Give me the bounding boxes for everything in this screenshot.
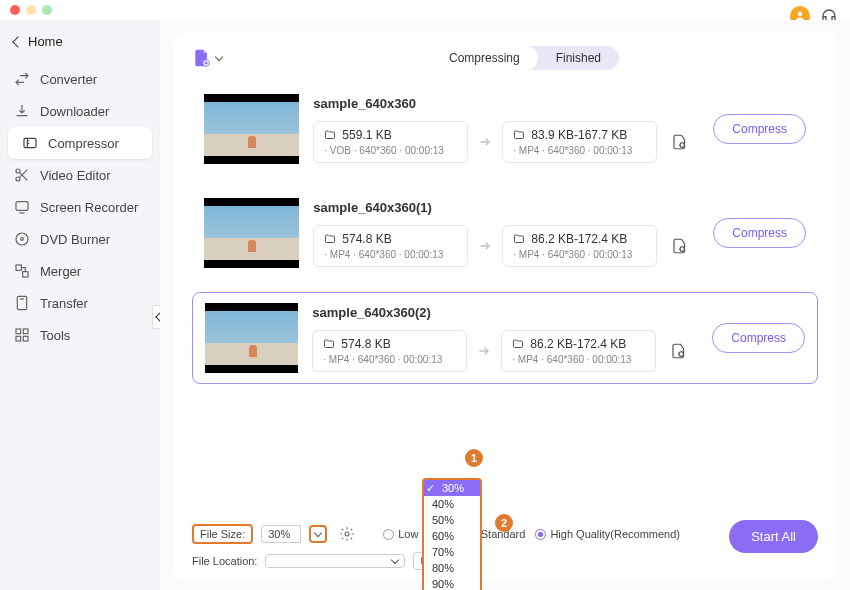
chevron-down-icon: [215, 53, 223, 61]
sidebar-item-converter[interactable]: Converter: [0, 63, 160, 95]
svg-point-16: [680, 246, 685, 251]
file-location-label: File Location:: [192, 555, 257, 567]
target-card: 86.2 KB-172.4 KB · MP4 · 640*360 · 00:00…: [502, 225, 657, 267]
arrow-right-icon: [476, 133, 494, 151]
folder-icon: [324, 233, 336, 245]
file-name: sample_640x360(1): [313, 200, 689, 215]
file-row[interactable]: sample_640x360(1) 574.8 KB · MP4 · 640*3…: [192, 188, 818, 278]
target-card: 83.9 KB-167.7 KB · MP4 · 640*360 · 00:00…: [502, 121, 657, 163]
file-settings-icon[interactable]: [670, 342, 688, 360]
sidebar-item-label: Transfer: [40, 296, 88, 311]
main-panel: Compressing Finished sample_640x360 559.…: [174, 32, 836, 580]
file-name: sample_640x360: [313, 96, 689, 111]
svg-rect-12: [16, 336, 21, 341]
file-size-dropdown-menu: ✓30% 40% 50% 60% 70% 80% 90%: [422, 478, 482, 590]
arrow-right-icon: [476, 237, 494, 255]
converter-icon: [14, 71, 30, 87]
file-row[interactable]: sample_640x360(2) 574.8 KB · MP4 · 640*3…: [192, 292, 818, 384]
svg-point-17: [679, 351, 684, 356]
minimize-window-dot[interactable]: [26, 5, 36, 15]
arrow-right-icon: [475, 342, 493, 360]
file-thumbnail: [204, 198, 299, 268]
svg-rect-11: [23, 329, 28, 334]
dropdown-option[interactable]: 90%: [424, 576, 480, 590]
sidebar-item-tools[interactable]: Tools: [0, 319, 160, 351]
sidebar-item-downloader[interactable]: Downloader: [0, 95, 160, 127]
annotation-callout-2: 2: [495, 514, 513, 532]
file-row[interactable]: sample_640x360 559.1 KB · VOB · 640*360 …: [192, 84, 818, 174]
svg-point-6: [21, 238, 24, 241]
sidebar-item-label: Compressor: [48, 136, 119, 151]
svg-rect-4: [16, 202, 28, 211]
sidebar-item-video-editor[interactable]: Video Editor: [0, 159, 160, 191]
chevron-left-icon: [12, 36, 23, 47]
transfer-icon: [14, 295, 30, 311]
dropdown-option[interactable]: 50%: [424, 512, 480, 528]
compressor-icon: [22, 135, 38, 151]
dropdown-option[interactable]: 60%: [424, 528, 480, 544]
svg-point-15: [680, 142, 685, 147]
sidebar-item-transfer[interactable]: Transfer: [0, 287, 160, 319]
compress-button[interactable]: Compress: [712, 323, 805, 353]
sidebar-item-label: Tools: [40, 328, 70, 343]
compress-button[interactable]: Compress: [713, 114, 806, 144]
folder-icon: [513, 233, 525, 245]
back-label: Home: [28, 34, 63, 49]
dvd-icon: [14, 231, 30, 247]
svg-rect-1: [24, 138, 36, 147]
window-titlebar: [0, 0, 850, 20]
sidebar-item-label: Merger: [40, 264, 81, 279]
folder-icon: [512, 338, 524, 350]
sidebar-item-label: Video Editor: [40, 168, 111, 183]
sidebar-item-label: Downloader: [40, 104, 109, 119]
sidebar-item-dvd-burner[interactable]: DVD Burner: [0, 223, 160, 255]
quality-high-radio[interactable]: High Quality(Recommend): [535, 528, 680, 540]
file-settings-icon[interactable]: [671, 133, 689, 151]
dropdown-option[interactable]: 40%: [424, 496, 480, 512]
close-window-dot[interactable]: [10, 5, 20, 15]
svg-rect-13: [23, 336, 28, 341]
dropdown-option[interactable]: 80%: [424, 560, 480, 576]
sidebar: Home Converter Downloader Compressor Vid…: [0, 20, 160, 590]
chevron-down-icon: [391, 556, 399, 564]
svg-point-18: [345, 532, 349, 536]
file-thumbnail: [204, 94, 299, 164]
back-home-button[interactable]: Home: [0, 26, 160, 57]
file-size-value[interactable]: 30%: [261, 525, 301, 543]
file-size-dropdown-toggle[interactable]: [309, 525, 327, 543]
file-settings-icon[interactable]: [671, 237, 689, 255]
tab-compressing[interactable]: Compressing: [431, 46, 538, 70]
compress-button[interactable]: Compress: [713, 218, 806, 248]
svg-rect-10: [16, 329, 21, 334]
target-card: 86.2 KB-172.4 KB · MP4 · 640*360 · 00:00…: [501, 330, 656, 372]
svg-rect-9: [17, 296, 26, 309]
tools-icon: [14, 327, 30, 343]
source-card: 559.1 KB · VOB · 640*360 · 00:00:13: [313, 121, 468, 163]
sidebar-item-merger[interactable]: Merger: [0, 255, 160, 287]
merger-icon: [14, 263, 30, 279]
dropdown-option[interactable]: 70%: [424, 544, 480, 560]
recorder-icon: [14, 199, 30, 215]
sidebar-item-screen-recorder[interactable]: Screen Recorder: [0, 191, 160, 223]
folder-icon: [324, 129, 336, 141]
status-tabs: Compressing Finished: [431, 46, 619, 70]
add-file-button[interactable]: [192, 48, 222, 68]
sidebar-item-label: DVD Burner: [40, 232, 110, 247]
start-all-button[interactable]: Start All: [729, 520, 818, 553]
tab-finished[interactable]: Finished: [538, 46, 619, 70]
dropdown-option[interactable]: ✓30%: [424, 480, 480, 496]
svg-point-0: [798, 12, 803, 17]
file-location-select[interactable]: [265, 554, 405, 568]
settings-gear-icon[interactable]: [339, 526, 355, 542]
file-thumbnail: [205, 303, 298, 373]
maximize-window-dot[interactable]: [42, 5, 52, 15]
svg-rect-8: [23, 272, 28, 277]
folder-icon: [323, 338, 335, 350]
svg-point-5: [16, 233, 28, 245]
file-size-label: File Size:: [192, 524, 253, 544]
file-name: sample_640x360(2): [312, 305, 688, 320]
sidebar-item-compressor[interactable]: Compressor: [8, 127, 152, 159]
svg-rect-7: [16, 265, 21, 270]
annotation-callout-1: 1: [465, 449, 483, 467]
source-card: 574.8 KB · MP4 · 640*360 · 00:00:13: [312, 330, 467, 372]
